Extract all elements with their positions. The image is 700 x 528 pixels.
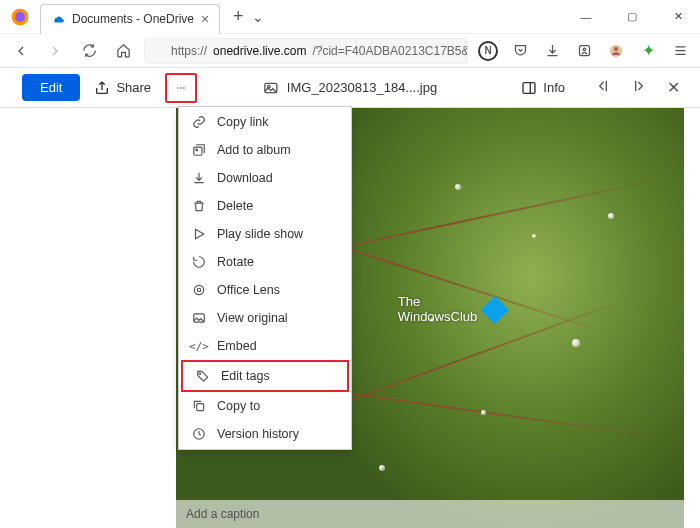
- menu-item-view-original[interactable]: View original: [179, 304, 351, 332]
- menu-item-label: Add to album: [217, 143, 291, 157]
- caption-input[interactable]: Add a caption: [176, 500, 684, 528]
- profile-icon[interactable]: [604, 39, 628, 63]
- menu-item-label: Rotate: [217, 255, 254, 269]
- close-viewer-button[interactable]: ✕: [667, 78, 680, 97]
- menu-item-embed[interactable]: </>Embed: [179, 332, 351, 360]
- svg-point-18: [197, 288, 201, 292]
- filename-text: IMG_20230813_184....jpg: [287, 80, 437, 95]
- menu-item-rotate[interactable]: Rotate: [179, 248, 351, 276]
- more-icon: [173, 83, 189, 93]
- menu-item-download[interactable]: Download: [179, 164, 351, 192]
- extensions-icon[interactable]: ✦: [636, 39, 660, 63]
- tab-title: Documents - OneDrive: [72, 12, 194, 26]
- menu-item-label: Download: [217, 171, 273, 185]
- svg-point-1: [15, 12, 25, 22]
- url-domain: onedrive.live.com: [213, 44, 306, 58]
- menu-item-edit-tags[interactable]: Edit tags: [181, 360, 349, 392]
- menu-item-label: Embed: [217, 339, 257, 353]
- watermark-logo-icon: [481, 295, 509, 323]
- home-button[interactable]: [110, 38, 136, 64]
- menu-item-label: Office Lens: [217, 283, 280, 297]
- menu-item-version-history[interactable]: Version history: [179, 420, 351, 448]
- onedrive-icon: [51, 12, 65, 26]
- downloads-icon[interactable]: [540, 39, 564, 63]
- more-button[interactable]: [165, 73, 197, 103]
- rotate-icon: [191, 254, 207, 270]
- menu-item-label: Copy link: [217, 115, 268, 129]
- svg-point-16: [196, 149, 198, 151]
- info-button[interactable]: Info: [511, 80, 575, 96]
- watermark-line1: The: [398, 295, 477, 310]
- svg-point-11: [183, 87, 185, 89]
- caption-placeholder: Add a caption: [186, 507, 259, 521]
- history-icon: [191, 426, 207, 442]
- app-toolbar: Edit Share IMG_20230813_184....jpg Info …: [0, 68, 700, 108]
- account-icon[interactable]: [572, 39, 596, 63]
- delete-icon: [191, 198, 207, 214]
- pocket-icon[interactable]: [508, 39, 532, 63]
- embed-icon: </>: [191, 338, 207, 354]
- maximize-button[interactable]: ▢: [610, 2, 654, 32]
- titlebar: Documents - OneDrive × + ⌄ — ▢ ✕: [0, 0, 700, 34]
- svg-rect-15: [194, 147, 202, 155]
- menu-item-delete[interactable]: Delete: [179, 192, 351, 220]
- menu-item-copy-to[interactable]: Copy to: [179, 392, 351, 420]
- tag-icon: [195, 368, 211, 384]
- browser-tab[interactable]: Documents - OneDrive ×: [40, 4, 220, 34]
- menu-item-label: Edit tags: [221, 369, 270, 383]
- svg-point-20: [200, 373, 201, 374]
- svg-point-9: [177, 87, 179, 89]
- info-label: Info: [543, 80, 565, 95]
- svg-point-8: [614, 47, 618, 51]
- play-icon: [191, 226, 207, 242]
- menu-item-label: Delete: [217, 199, 253, 213]
- watermark-line2: WindowsClub: [398, 310, 477, 325]
- minimize-button[interactable]: —: [564, 2, 608, 32]
- forward-button[interactable]: [42, 38, 68, 64]
- share-button[interactable]: Share: [84, 80, 161, 96]
- menu-item-label: Copy to: [217, 399, 260, 413]
- filename-display: IMG_20230813_184....jpg: [263, 80, 437, 96]
- svg-rect-14: [523, 82, 535, 93]
- menu-item-add-to-album[interactable]: Add to album: [179, 136, 351, 164]
- firefox-icon: [10, 7, 30, 27]
- tabs-dropdown-icon[interactable]: ⌄: [252, 9, 264, 25]
- album-icon: [191, 142, 207, 158]
- more-menu: Copy linkAdd to albumDownloadDeletePlay …: [178, 106, 352, 450]
- url-bar[interactable]: https://onedrive.live.com/?cid=F40ADBA02…: [144, 38, 468, 64]
- back-button[interactable]: [8, 38, 34, 64]
- new-tab-button[interactable]: +: [224, 3, 252, 31]
- extension-n-icon[interactable]: N: [476, 39, 500, 63]
- download-icon: [191, 170, 207, 186]
- next-button[interactable]: [631, 78, 647, 98]
- menu-item-label: View original: [217, 311, 288, 325]
- watermark: The WindowsClub: [398, 295, 505, 325]
- tab-close-icon[interactable]: ×: [201, 11, 209, 27]
- reload-button[interactable]: [76, 38, 102, 64]
- share-icon: [94, 80, 110, 96]
- svg-point-17: [194, 285, 203, 294]
- prev-button[interactable]: [595, 78, 611, 98]
- svg-point-6: [583, 48, 586, 51]
- close-window-button[interactable]: ✕: [656, 2, 700, 32]
- view-icon: [191, 310, 207, 326]
- svg-rect-21: [197, 404, 204, 411]
- share-label: Share: [116, 80, 151, 95]
- edit-button[interactable]: Edit: [22, 74, 80, 101]
- menu-item-office-lens[interactable]: Office Lens: [179, 276, 351, 304]
- image-file-icon: [263, 80, 279, 96]
- link-icon: [191, 114, 207, 130]
- url-path: /?cid=F40ADBA0213C17B5&: [312, 44, 468, 58]
- svg-point-10: [180, 87, 182, 89]
- menu-item-label: Version history: [217, 427, 299, 441]
- url-prefix: https://: [171, 44, 207, 58]
- address-bar: https://onedrive.live.com/?cid=F40ADBA02…: [0, 34, 700, 68]
- info-icon: [521, 80, 537, 96]
- copyto-icon: [191, 398, 207, 414]
- menu-item-label: Play slide show: [217, 227, 303, 241]
- lens-icon: [191, 282, 207, 298]
- menu-item-play-slide-show[interactable]: Play slide show: [179, 220, 351, 248]
- menu-item-copy-link[interactable]: Copy link: [179, 108, 351, 136]
- menu-icon[interactable]: [668, 39, 692, 63]
